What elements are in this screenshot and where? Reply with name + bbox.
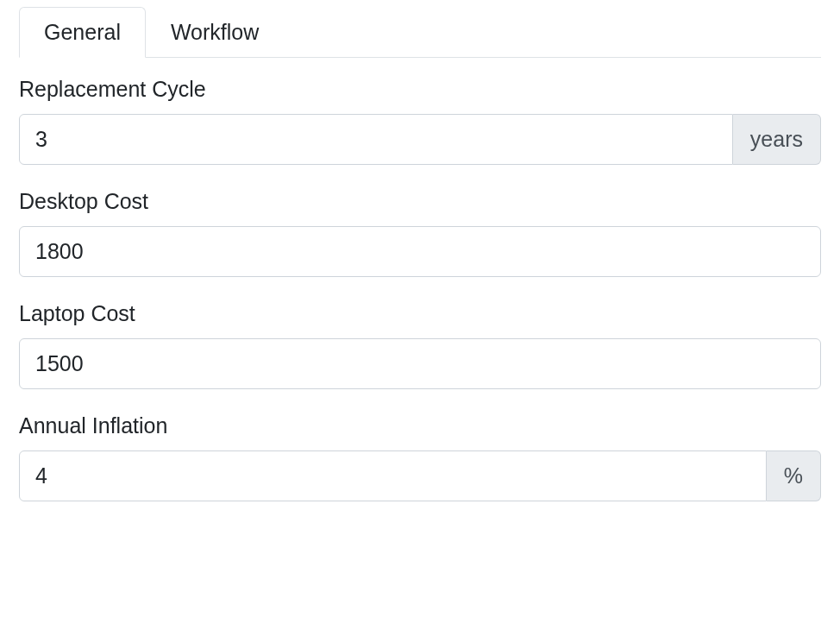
desktop-cost-input[interactable] xyxy=(19,226,821,277)
tab-workflow[interactable]: Workflow xyxy=(146,7,284,58)
desktop-cost-label: Desktop Cost xyxy=(19,189,821,214)
replacement-cycle-input-group: years xyxy=(19,114,821,165)
annual-inflation-input-group: % xyxy=(19,450,821,501)
replacement-cycle-label: Replacement Cycle xyxy=(19,77,821,102)
field-replacement-cycle: Replacement Cycle years xyxy=(19,77,821,165)
tab-bar: General Workflow xyxy=(19,7,821,58)
field-desktop-cost: Desktop Cost xyxy=(19,189,821,277)
annual-inflation-input[interactable] xyxy=(19,450,767,501)
field-annual-inflation: Annual Inflation % xyxy=(19,413,821,501)
annual-inflation-label: Annual Inflation xyxy=(19,413,821,438)
laptop-cost-input[interactable] xyxy=(19,338,821,389)
field-laptop-cost: Laptop Cost xyxy=(19,301,821,389)
form-general: Replacement Cycle years Desktop Cost Lap… xyxy=(0,58,840,501)
replacement-cycle-input[interactable] xyxy=(19,114,733,165)
laptop-cost-label: Laptop Cost xyxy=(19,301,821,326)
replacement-cycle-unit: years xyxy=(733,114,821,165)
tab-general[interactable]: General xyxy=(19,7,146,58)
annual-inflation-unit: % xyxy=(767,450,821,501)
